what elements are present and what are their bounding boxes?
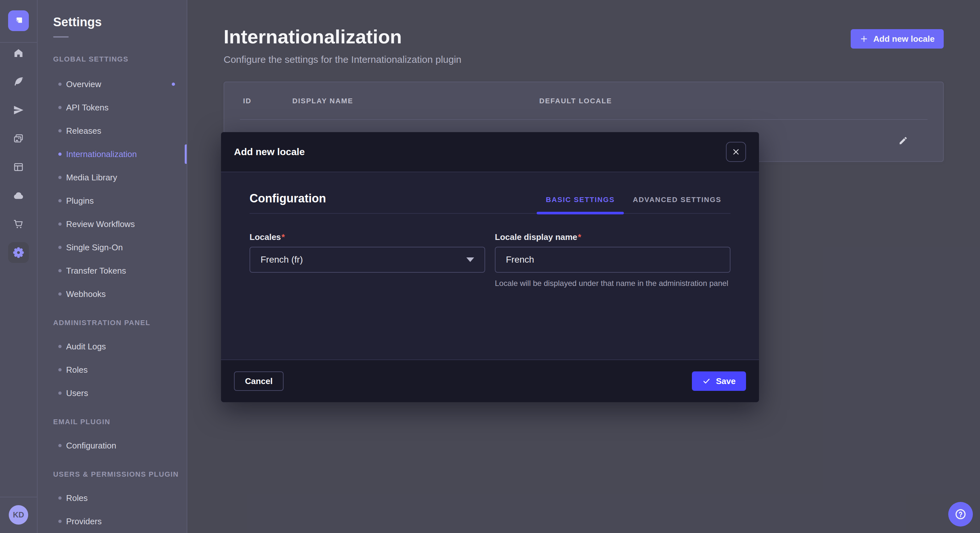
app-window: KD Settings GLOBAL SETTINGS Overview API… — [0, 0, 980, 533]
add-locale-modal: Add new locale Configuration BASIC SETTI… — [221, 132, 759, 402]
display-name-hint: Locale will be displayed under that name… — [495, 278, 730, 289]
settings-tabs: BASIC SETTINGS ADVANCED SETTINGS — [537, 195, 730, 213]
display-name-label: Locale display name* — [495, 232, 730, 242]
configuration-title: Configuration — [250, 192, 326, 205]
locales-select[interactable]: French (fr) — [250, 247, 485, 273]
modal-header: Add new locale — [221, 132, 759, 172]
cancel-button[interactable]: Cancel — [234, 371, 283, 391]
display-name-input[interactable] — [495, 247, 730, 273]
check-icon — [702, 377, 711, 385]
modal-footer: Cancel Save — [221, 359, 759, 402]
modal-body: Configuration BASIC SETTINGS ADVANCED SE… — [221, 172, 759, 359]
tab-basic-settings[interactable]: BASIC SETTINGS — [537, 195, 624, 213]
required-asterisk: * — [578, 232, 581, 242]
chevron-down-icon — [466, 257, 474, 262]
display-name-label-text: Locale display name — [495, 232, 577, 242]
locales-field: Locales* French (fr) — [250, 232, 485, 297]
form-fields: Locales* French (fr) Locale display name… — [250, 232, 730, 297]
save-button[interactable]: Save — [692, 371, 746, 391]
close-button[interactable] — [726, 142, 746, 162]
display-name-field: Locale display name* Locale will be disp… — [495, 232, 730, 297]
close-icon — [732, 148, 740, 156]
locales-select-value: French (fr) — [261, 254, 466, 265]
locales-label-text: Locales — [250, 232, 281, 242]
locales-label: Locales* — [250, 232, 485, 242]
modal-title: Add new locale — [234, 146, 305, 157]
tab-advanced-settings[interactable]: ADVANCED SETTINGS — [624, 195, 730, 213]
configuration-header-row: Configuration BASIC SETTINGS ADVANCED SE… — [250, 192, 730, 214]
save-button-label: Save — [716, 376, 736, 386]
required-asterisk: * — [282, 232, 285, 242]
